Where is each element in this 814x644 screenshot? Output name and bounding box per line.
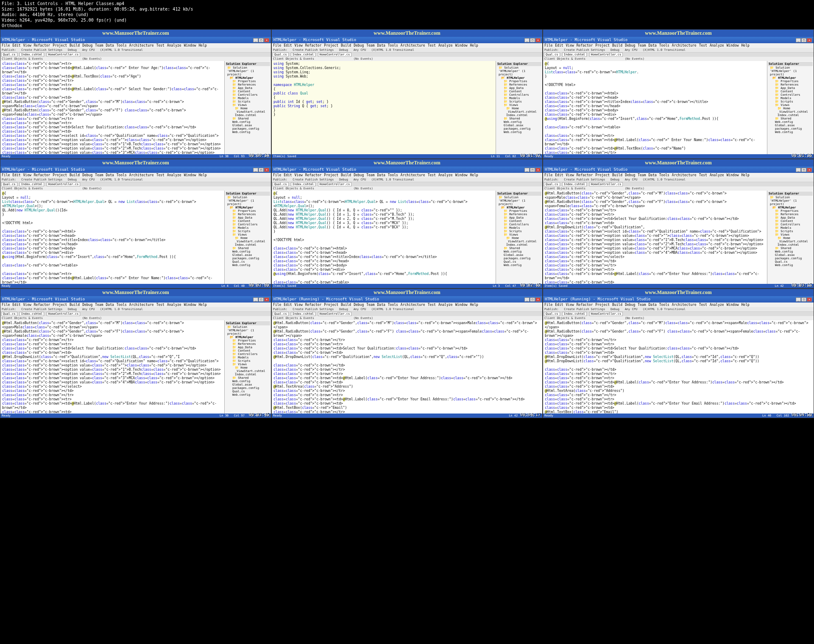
menu-window[interactable]: Window <box>455 44 468 47</box>
menu-window[interactable]: Window <box>727 44 739 47</box>
window-controls[interactable]: _□× <box>795 38 812 42</box>
menu-help[interactable]: Help <box>199 44 207 47</box>
menu-view[interactable]: View <box>566 44 574 47</box>
menu-file[interactable]: File <box>273 173 281 177</box>
menu-view[interactable]: View <box>295 303 303 307</box>
menu-refactor[interactable]: Refactor <box>305 173 322 177</box>
document-tabs[interactable]: Qual.cs Index.cshtml HomeController.cs <box>0 312 271 316</box>
code-editor[interactable]: @Html.RadioButton(class="c-red">"Gender"… <box>543 320 814 414</box>
menu-test[interactable]: Test <box>699 173 707 177</box>
menu-tools[interactable]: Tools <box>117 44 127 47</box>
tab-home[interactable]: HomeController.cs <box>47 182 81 186</box>
menu-bar[interactable]: FileEditViewRefactorProjectBuildDebugTea… <box>543 43 814 48</box>
menu-team[interactable]: Team <box>638 44 646 47</box>
menu-build[interactable]: Build <box>70 44 80 47</box>
menu-help[interactable]: Help <box>199 173 207 177</box>
toolbar[interactable]: Publish: Create Publish Settings Debug A… <box>272 178 542 182</box>
solution-explorer[interactable]: Solution Explorer📁 Solution 'HTMLHelper'… <box>224 191 271 284</box>
solution-explorer[interactable]: Solution Explorer📁 Solution 'HTMLHelper'… <box>224 61 271 154</box>
menu-architecture[interactable]: Architecture <box>401 44 425 47</box>
menu-file[interactable]: File <box>273 303 281 307</box>
document-tabs[interactable]: Qual.cs Index.cshtml HomeController.cs <box>272 312 542 316</box>
menu-architecture[interactable]: Architecture <box>672 44 697 47</box>
menu-analyze[interactable]: Analyze <box>438 44 453 47</box>
menu-tools[interactable]: Tools <box>388 173 398 177</box>
menu-view[interactable]: View <box>23 173 31 177</box>
window-controls[interactable]: _□× <box>253 297 269 302</box>
menu-build[interactable]: Build <box>70 173 80 177</box>
menu-data[interactable]: Data <box>649 44 657 47</box>
menu-bar[interactable]: FileEditViewRefactorProjectBuildDebugTea… <box>543 303 814 307</box>
tab-qual[interactable]: Qual.cs <box>1 182 17 186</box>
menu-test[interactable]: Test <box>699 303 707 307</box>
menu-help[interactable]: Help <box>742 303 750 307</box>
menu-debug[interactable]: Debug <box>354 173 364 177</box>
menu-refactor[interactable]: Refactor <box>305 44 322 47</box>
code-editor[interactable]: @Html.RadioButton(class="c-red">"Gender"… <box>543 191 767 284</box>
menu-debug[interactable]: Debug <box>82 173 92 177</box>
tab-home[interactable]: HomeController.cs <box>589 53 623 57</box>
menu-debug[interactable]: Debug <box>354 303 364 307</box>
menu-build[interactable]: Build <box>341 303 351 307</box>
menu-build[interactable]: Build <box>612 173 622 177</box>
menu-file[interactable]: File <box>2 44 10 47</box>
tab-index[interactable]: Index.cshtml <box>291 312 316 316</box>
code-editor[interactable]: @Html.RadioButton(class="c-red">"Gender"… <box>272 320 542 414</box>
solution-explorer[interactable]: Solution Explorer📁 Solution 'HTMLHelper'… <box>224 320 271 414</box>
menu-build[interactable]: Build <box>612 44 622 47</box>
menu-bar[interactable]: FileEditViewRefactorProjectBuildDebugTea… <box>272 303 542 307</box>
tab-index[interactable]: Index.cshtml <box>291 53 316 57</box>
menu-help[interactable]: Help <box>742 173 750 177</box>
tab-home[interactable]: HomeController.cs <box>318 182 352 186</box>
menu-architecture[interactable]: Architecture <box>129 303 154 307</box>
menu-test[interactable]: Test <box>428 44 436 47</box>
menu-help[interactable]: Help <box>470 303 478 307</box>
menu-analyze[interactable]: Analyze <box>167 44 181 47</box>
menu-help[interactable]: Help <box>470 173 478 177</box>
menu-project[interactable]: Project <box>324 303 338 307</box>
solution-explorer[interactable]: Solution Explorer📁 Solution 'HTMLHelper'… <box>496 191 542 284</box>
code-editor[interactable]: @Html.RadioButton(class="c-red">"Gender"… <box>0 320 224 414</box>
window-titlebar[interactable]: HTMLHelper (Running) - Microsoft Visual … <box>272 296 542 303</box>
menu-data[interactable]: Data <box>377 44 385 47</box>
tab-qual[interactable]: Qual.cs <box>1 53 17 57</box>
menu-analyze[interactable]: Analyze <box>710 44 724 47</box>
menu-data[interactable]: Data <box>377 303 385 307</box>
toolbar[interactable]: Publish: Create Publish Settings Debug A… <box>272 48 542 53</box>
tab-index[interactable]: Index.cshtml <box>20 182 45 186</box>
menu-view[interactable]: View <box>295 173 303 177</box>
tab-index[interactable]: Index.cshtml <box>20 53 45 57</box>
document-tabs[interactable]: Qual.cs Index.cshtml HomeController.cs <box>272 182 542 186</box>
window-titlebar[interactable]: HTMLHelper - Microsoft Visual Studio _□× <box>272 37 542 43</box>
menu-view[interactable]: View <box>566 303 574 307</box>
menu-edit[interactable]: Edit <box>284 303 292 307</box>
menu-file[interactable]: File <box>544 303 552 307</box>
menu-bar[interactable]: FileEditViewRefactorProjectBuildDebugTea… <box>272 173 542 178</box>
tab-home[interactable]: HomeController.cs <box>47 312 81 316</box>
menu-team[interactable]: Team <box>366 303 374 307</box>
solution-explorer[interactable]: Solution Explorer📁 Solution 'HTMLHelper'… <box>767 191 814 284</box>
menu-window[interactable]: Window <box>184 303 196 307</box>
window-controls[interactable]: _□× <box>795 167 812 172</box>
code-editor[interactable]: using System;using System.Collections.Ge… <box>272 61 496 154</box>
tab-qual[interactable]: Qual.cs <box>273 53 289 57</box>
menu-team[interactable]: Team <box>366 173 374 177</box>
menu-refactor[interactable]: Refactor <box>577 44 593 47</box>
menu-window[interactable]: Window <box>727 173 739 177</box>
window-controls[interactable]: _□× <box>524 38 541 42</box>
menu-test[interactable]: Test <box>699 44 707 47</box>
menu-edit[interactable]: Edit <box>555 44 563 47</box>
menu-architecture[interactable]: Architecture <box>672 303 697 307</box>
code-editor[interactable]: @{ Layout = null; Listclass=class="c-red… <box>272 191 496 284</box>
menu-test[interactable]: Test <box>428 303 436 307</box>
client-objects-bar[interactable]: Client Objects & Events (No Events) <box>0 57 271 61</box>
menu-architecture[interactable]: Architecture <box>129 44 154 47</box>
menu-architecture[interactable]: Architecture <box>401 173 425 177</box>
menu-architecture[interactable]: Architecture <box>129 173 154 177</box>
menu-refactor[interactable]: Refactor <box>34 303 50 307</box>
menu-refactor[interactable]: Refactor <box>577 303 593 307</box>
menu-help[interactable]: Help <box>470 44 478 47</box>
toolbar[interactable]: Publish: Create Publish Settings Debug A… <box>272 307 542 312</box>
toolbar[interactable]: Publish: Create Publish Settings Debug A… <box>543 307 814 312</box>
toolbar[interactable]: Publish: Create Publish Settings Debug A… <box>543 48 814 53</box>
